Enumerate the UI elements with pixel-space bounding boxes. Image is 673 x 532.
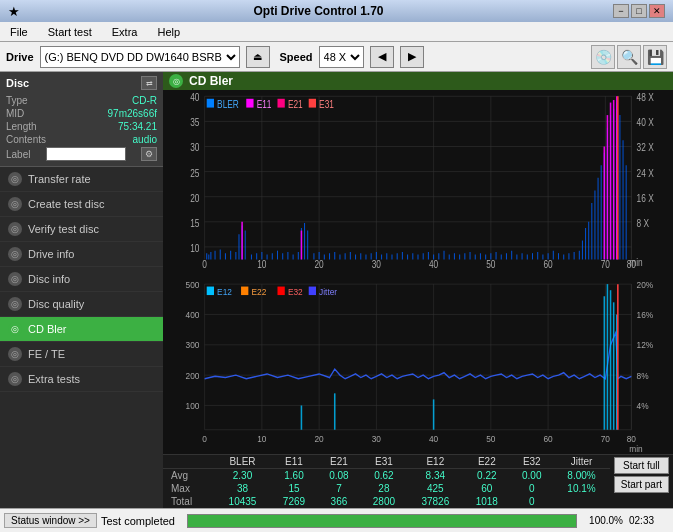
svg-text:400: 400 <box>186 310 200 321</box>
sidebar-item-disc-quality-label: Disc quality <box>28 298 84 310</box>
max-e31: 28 <box>360 482 407 495</box>
restore-button[interactable]: □ <box>631 4 647 18</box>
menu-file[interactable]: File <box>4 24 34 40</box>
stats-total-row: Total 10435 7269 366 2800 37826 1018 0 <box>163 495 610 508</box>
disc-length-row: Length 75:34.21 <box>6 120 157 133</box>
svg-text:60: 60 <box>543 260 552 271</box>
disc-length-value: 75:34.21 <box>118 121 157 132</box>
max-e32: 0 <box>510 482 553 495</box>
svg-text:30: 30 <box>372 433 381 444</box>
speed-right-button[interactable]: ▶ <box>400 46 424 68</box>
sidebar-item-disc-info[interactable]: ◎ Disc info <box>0 267 163 292</box>
svg-text:50: 50 <box>486 433 495 444</box>
close-button[interactable]: ✕ <box>649 4 665 18</box>
top-chart-svg: 40 35 30 25 20 15 10 48 X 40 X 32 X 24 X… <box>163 90 673 272</box>
sidebar-item-disc-info-label: Disc info <box>28 273 70 285</box>
svg-rect-44 <box>277 99 284 108</box>
svg-text:40: 40 <box>429 433 438 444</box>
max-label: Max <box>163 482 215 495</box>
sidebar-item-verify-test-disc-label: Verify test disc <box>28 223 99 235</box>
disc-clean-button[interactable]: 💿 <box>591 45 615 69</box>
avg-e32: 0.00 <box>510 469 553 483</box>
menu-help[interactable]: Help <box>151 24 186 40</box>
eject-button[interactable]: ⏏ <box>246 46 270 68</box>
svg-text:10: 10 <box>257 260 266 271</box>
bottom-chart-svg: 500 400 300 200 100 20% 16% 12% 8% 4% 0 … <box>163 272 673 454</box>
disc-type-row: Type CD-R <box>6 94 157 107</box>
svg-text:20: 20 <box>190 193 199 204</box>
menu-starttest[interactable]: Start test <box>42 24 98 40</box>
stats-avg-row: Avg 2.30 1.60 0.08 0.62 8.34 0.22 0.00 8… <box>163 469 610 483</box>
max-e21: 7 <box>318 482 361 495</box>
max-e22: 60 <box>463 482 510 495</box>
svg-text:25: 25 <box>190 168 199 179</box>
total-label: Total <box>163 495 215 508</box>
total-e21: 366 <box>318 495 361 508</box>
disc-swap-button[interactable]: ⇄ <box>141 76 157 90</box>
disc-header: Disc ⇄ <box>6 76 157 90</box>
svg-text:500: 500 <box>186 279 200 290</box>
stats-max-row: Max 38 15 7 28 425 60 0 10.1% <box>163 482 610 495</box>
svg-text:8 X: 8 X <box>637 218 649 229</box>
svg-text:20: 20 <box>314 433 323 444</box>
svg-text:E11: E11 <box>257 99 272 110</box>
col-header-e12: E12 <box>407 455 463 469</box>
svg-text:16 X: 16 X <box>637 193 654 204</box>
svg-text:40: 40 <box>190 93 199 104</box>
app-icon: ★ <box>8 4 20 19</box>
save-button[interactable]: 💾 <box>643 45 667 69</box>
svg-text:200: 200 <box>186 370 200 381</box>
stats-table: BLER E11 E21 E31 E12 E22 E32 Jitter Avg <box>163 455 610 508</box>
svg-text:8%: 8% <box>637 370 649 381</box>
sidebar-item-cd-bler[interactable]: ◎ CD Bler <box>0 317 163 342</box>
extra-tests-icon: ◎ <box>8 372 22 386</box>
speed-select[interactable]: 48 X 40 X 32 X <box>319 46 364 68</box>
sidebar-item-create-test-disc-label: Create test disc <box>28 198 104 210</box>
svg-text:E12: E12 <box>217 286 232 297</box>
sidebar-item-extra-tests[interactable]: ◎ Extra tests <box>0 367 163 392</box>
menu-extra[interactable]: Extra <box>106 24 144 40</box>
svg-text:40: 40 <box>429 260 438 271</box>
svg-rect-189 <box>309 287 316 295</box>
sidebar-item-disc-quality[interactable]: ◎ Disc quality <box>0 292 163 317</box>
speed-left-button[interactable]: ◀ <box>370 46 394 68</box>
sidebar-item-verify-test-disc[interactable]: ◎ Verify test disc <box>0 217 163 242</box>
avg-e22: 0.22 <box>463 469 510 483</box>
total-e22: 1018 <box>463 495 510 508</box>
col-header-e31: E31 <box>360 455 407 469</box>
total-bler: 10435 <box>215 495 271 508</box>
col-header-jitter: Jitter <box>553 455 610 469</box>
total-e31: 2800 <box>360 495 407 508</box>
start-full-button[interactable]: Start full <box>614 457 669 474</box>
chart-title: CD Bler <box>189 74 233 88</box>
sidebar-item-drive-info[interactable]: ◎ Drive info <box>0 242 163 267</box>
disc-label-button[interactable]: ⚙ <box>141 147 157 161</box>
svg-text:Jitter: Jitter <box>319 286 337 297</box>
svg-text:48 X: 48 X <box>637 93 654 104</box>
disc-label-input[interactable] <box>46 147 126 161</box>
drive-select[interactable]: (G:) BENQ DVD DD DW1640 BSRB <box>40 46 240 68</box>
svg-text:E32: E32 <box>288 286 303 297</box>
svg-text:10: 10 <box>190 243 199 254</box>
disc-type-value: CD-R <box>132 95 157 106</box>
sidebar-item-transfer-rate[interactable]: ◎ Transfer rate <box>0 167 163 192</box>
col-header-e21: E21 <box>318 455 361 469</box>
create-test-disc-icon: ◎ <box>8 197 22 211</box>
status-window-button[interactable]: Status window >> <box>4 513 97 528</box>
disc-scan-button[interactable]: 🔍 <box>617 45 641 69</box>
start-part-button[interactable]: Start part <box>614 476 669 493</box>
avg-e31: 0.62 <box>360 469 407 483</box>
sidebar-item-create-test-disc[interactable]: ◎ Create test disc <box>0 192 163 217</box>
sidebar-item-fe-te[interactable]: ◎ FE / TE <box>0 342 163 367</box>
minimize-button[interactable]: − <box>613 4 629 18</box>
chart-header-icon: ◎ <box>169 74 183 88</box>
svg-text:E31: E31 <box>319 99 334 110</box>
svg-text:300: 300 <box>186 340 200 351</box>
svg-text:50: 50 <box>486 260 495 271</box>
svg-text:15: 15 <box>190 218 199 229</box>
svg-text:60: 60 <box>543 433 552 444</box>
disc-length-label: Length <box>6 121 37 132</box>
total-e12: 37826 <box>407 495 463 508</box>
avg-e21: 0.08 <box>318 469 361 483</box>
svg-text:BLER: BLER <box>217 99 239 110</box>
